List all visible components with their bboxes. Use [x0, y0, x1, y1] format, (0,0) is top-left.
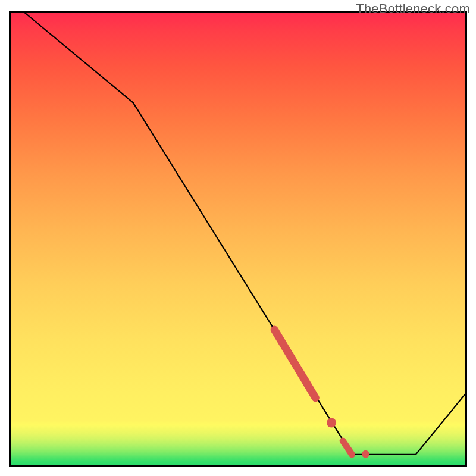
highlight-dot-3: [362, 450, 369, 458]
bottleneck-chart: [0, 0, 476, 476]
chart-container: TheBottleneck.com: [0, 0, 476, 476]
heatmap-background: [10, 12, 466, 466]
highlight-dot-1: [327, 418, 336, 428]
watermark-text: TheBottleneck.com: [356, 1, 470, 17]
